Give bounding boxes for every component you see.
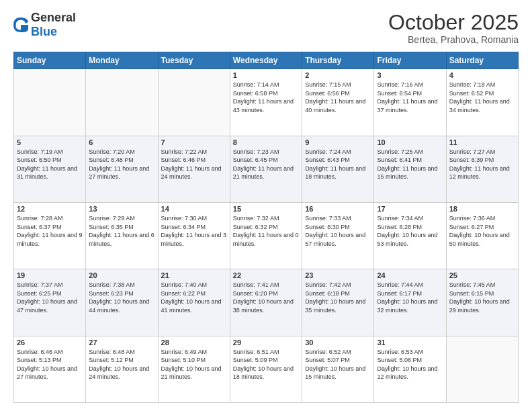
calendar-cell: 23Sunrise: 7:42 AMSunset: 6:18 PMDayligh… xyxy=(302,269,374,336)
logo-icon xyxy=(13,17,28,32)
calendar-cell: 29Sunrise: 6:51 AMSunset: 5:09 PMDayligh… xyxy=(230,336,302,402)
day-info: Sunrise: 6:53 AMSunset: 5:06 PMDaylight:… xyxy=(377,348,443,381)
day-info: Sunrise: 7:14 AMSunset: 6:58 PMDaylight:… xyxy=(233,81,299,114)
calendar-cell: 5Sunrise: 7:19 AMSunset: 6:50 PMDaylight… xyxy=(14,136,86,202)
day-number: 6 xyxy=(89,138,154,146)
calendar-week-row: 19Sunrise: 7:37 AMSunset: 6:25 PMDayligh… xyxy=(14,269,519,336)
location: Bertea, Prahova, Romania xyxy=(388,34,519,45)
day-number: 3 xyxy=(377,71,443,79)
calendar-cell: 10Sunrise: 7:25 AMSunset: 6:41 PMDayligh… xyxy=(374,136,446,202)
day-info: Sunrise: 7:42 AMSunset: 6:18 PMDaylight:… xyxy=(305,281,371,314)
header: General Blue October 2025 Bertea, Prahov… xyxy=(13,11,519,45)
calendar-cell: 9Sunrise: 7:24 AMSunset: 6:43 PMDaylight… xyxy=(302,136,374,202)
day-info: Sunrise: 7:22 AMSunset: 6:46 PMDaylight:… xyxy=(161,148,227,181)
day-info: Sunrise: 7:38 AMSunset: 6:23 PMDaylight:… xyxy=(89,281,154,314)
calendar-cell: 20Sunrise: 7:38 AMSunset: 6:23 PMDayligh… xyxy=(86,269,158,336)
day-info: Sunrise: 7:27 AMSunset: 6:39 PMDaylight:… xyxy=(449,148,515,181)
day-number: 12 xyxy=(17,205,83,213)
day-info: Sunrise: 6:48 AMSunset: 5:12 PMDaylight:… xyxy=(89,348,154,381)
day-info: Sunrise: 7:34 AMSunset: 6:28 PMDaylight:… xyxy=(377,214,443,248)
calendar-cell: 8Sunrise: 7:23 AMSunset: 6:45 PMDaylight… xyxy=(230,136,302,202)
calendar-cell: 27Sunrise: 6:48 AMSunset: 5:12 PMDayligh… xyxy=(86,336,158,402)
day-number: 9 xyxy=(305,138,371,146)
calendar-week-row: 5Sunrise: 7:19 AMSunset: 6:50 PMDaylight… xyxy=(14,136,519,202)
calendar-cell xyxy=(158,69,230,136)
col-friday: Friday xyxy=(374,52,446,69)
day-number: 7 xyxy=(161,138,227,146)
day-info: Sunrise: 6:49 AMSunset: 5:10 PMDaylight:… xyxy=(161,348,227,381)
day-info: Sunrise: 7:36 AMSunset: 6:27 PMDaylight:… xyxy=(449,214,515,248)
col-monday: Monday xyxy=(86,52,158,69)
day-info: Sunrise: 7:23 AMSunset: 6:45 PMDaylight:… xyxy=(233,148,299,181)
col-wednesday: Wednesday xyxy=(230,52,302,69)
day-number: 5 xyxy=(17,138,83,146)
calendar-cell: 3Sunrise: 7:16 AMSunset: 6:54 PMDaylight… xyxy=(374,69,446,136)
logo: General Blue xyxy=(13,11,76,39)
day-number: 22 xyxy=(233,271,299,279)
day-number: 17 xyxy=(377,205,443,213)
day-info: Sunrise: 6:52 AMSunset: 5:07 PMDaylight:… xyxy=(305,348,371,381)
day-info: Sunrise: 7:25 AMSunset: 6:41 PMDaylight:… xyxy=(377,148,443,181)
day-info: Sunrise: 7:37 AMSunset: 6:25 PMDaylight:… xyxy=(17,281,83,314)
day-info: Sunrise: 7:30 AMSunset: 6:34 PMDaylight:… xyxy=(161,214,227,248)
day-info: Sunrise: 7:29 AMSunset: 6:35 PMDaylight:… xyxy=(89,214,154,248)
calendar-cell: 28Sunrise: 6:49 AMSunset: 5:10 PMDayligh… xyxy=(158,336,230,402)
calendar-cell: 18Sunrise: 7:36 AMSunset: 6:27 PMDayligh… xyxy=(446,202,518,269)
calendar-header-row: Sunday Monday Tuesday Wednesday Thursday… xyxy=(14,52,519,69)
day-number: 18 xyxy=(449,205,515,213)
calendar-cell: 2Sunrise: 7:15 AMSunset: 6:56 PMDaylight… xyxy=(302,69,374,136)
day-info: Sunrise: 7:15 AMSunset: 6:56 PMDaylight:… xyxy=(305,81,371,114)
day-number: 28 xyxy=(161,338,227,347)
day-number: 14 xyxy=(161,205,227,213)
day-number: 11 xyxy=(449,138,515,146)
calendar-cell: 12Sunrise: 7:28 AMSunset: 6:37 PMDayligh… xyxy=(14,202,86,269)
day-number: 10 xyxy=(377,138,443,146)
calendar-week-row: 1Sunrise: 7:14 AMSunset: 6:58 PMDaylight… xyxy=(14,69,519,136)
day-number: 8 xyxy=(233,138,299,146)
logo-general: General xyxy=(31,11,76,24)
day-number: 24 xyxy=(377,271,443,279)
day-info: Sunrise: 7:40 AMSunset: 6:22 PMDaylight:… xyxy=(161,281,227,314)
calendar-week-row: 12Sunrise: 7:28 AMSunset: 6:37 PMDayligh… xyxy=(14,202,519,269)
calendar-week-row: 26Sunrise: 6:46 AMSunset: 5:13 PMDayligh… xyxy=(14,336,519,402)
calendar-cell: 22Sunrise: 7:41 AMSunset: 6:20 PMDayligh… xyxy=(230,269,302,336)
calendar-cell: 24Sunrise: 7:44 AMSunset: 6:17 PMDayligh… xyxy=(374,269,446,336)
calendar-cell: 15Sunrise: 7:32 AMSunset: 6:32 PMDayligh… xyxy=(230,202,302,269)
logo-blue: Blue xyxy=(31,25,57,38)
calendar-table: Sunday Monday Tuesday Wednesday Thursday… xyxy=(13,52,519,403)
logo-text: General Blue xyxy=(31,11,76,39)
day-number: 26 xyxy=(17,338,83,347)
day-info: Sunrise: 7:45 AMSunset: 6:15 PMDaylight:… xyxy=(449,281,515,314)
calendar-cell: 31Sunrise: 6:53 AMSunset: 5:06 PMDayligh… xyxy=(374,336,446,402)
day-number: 15 xyxy=(233,205,299,213)
day-number: 21 xyxy=(161,271,227,279)
title-section: October 2025 Bertea, Prahova, Romania xyxy=(388,11,519,45)
day-number: 29 xyxy=(233,338,299,347)
day-info: Sunrise: 7:19 AMSunset: 6:50 PMDaylight:… xyxy=(17,148,83,181)
day-info: Sunrise: 7:44 AMSunset: 6:17 PMDaylight:… xyxy=(377,281,443,314)
col-sunday: Sunday xyxy=(14,52,86,69)
calendar-cell: 7Sunrise: 7:22 AMSunset: 6:46 PMDaylight… xyxy=(158,136,230,202)
day-number: 2 xyxy=(305,71,371,79)
day-info: Sunrise: 7:18 AMSunset: 6:52 PMDaylight:… xyxy=(449,81,515,114)
calendar-cell: 6Sunrise: 7:20 AMSunset: 6:48 PMDaylight… xyxy=(86,136,158,202)
day-number: 30 xyxy=(305,338,371,347)
day-info: Sunrise: 7:41 AMSunset: 6:20 PMDaylight:… xyxy=(233,281,299,314)
day-number: 27 xyxy=(89,338,154,347)
day-number: 25 xyxy=(449,271,515,279)
calendar-cell: 4Sunrise: 7:18 AMSunset: 6:52 PMDaylight… xyxy=(446,69,518,136)
day-info: Sunrise: 7:28 AMSunset: 6:37 PMDaylight:… xyxy=(17,214,83,248)
day-info: Sunrise: 6:46 AMSunset: 5:13 PMDaylight:… xyxy=(17,348,83,381)
day-number: 23 xyxy=(305,271,371,279)
calendar-cell: 30Sunrise: 6:52 AMSunset: 5:07 PMDayligh… xyxy=(302,336,374,402)
month-title: October 2025 xyxy=(388,11,519,34)
calendar-cell: 21Sunrise: 7:40 AMSunset: 6:22 PMDayligh… xyxy=(158,269,230,336)
day-number: 31 xyxy=(377,338,443,347)
day-info: Sunrise: 7:32 AMSunset: 6:32 PMDaylight:… xyxy=(233,214,299,248)
calendar-cell: 16Sunrise: 7:33 AMSunset: 6:30 PMDayligh… xyxy=(302,202,374,269)
col-saturday: Saturday xyxy=(446,52,518,69)
day-number: 19 xyxy=(17,271,83,279)
calendar-cell: 19Sunrise: 7:37 AMSunset: 6:25 PMDayligh… xyxy=(14,269,86,336)
day-number: 16 xyxy=(305,205,371,213)
col-thursday: Thursday xyxy=(302,52,374,69)
